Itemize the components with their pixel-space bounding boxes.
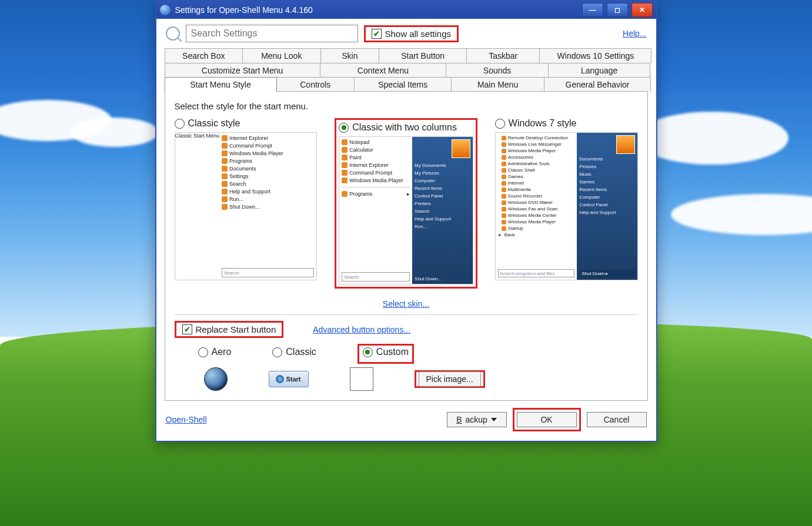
- style-option-two-columns[interactable]: Classic with two columns NotepadCalculat…: [335, 118, 477, 289]
- aero-orb-preview: [204, 367, 228, 391]
- tab-general-behavior[interactable]: General Behavior: [544, 77, 651, 92]
- style-classic-label: Classic style: [188, 118, 240, 129]
- replace-start-checkbox[interactable]: ✔ Replace Start button: [182, 324, 276, 334]
- search-icon: [166, 26, 180, 41]
- tab-start-button[interactable]: Start Button: [379, 48, 467, 63]
- tab-special-items[interactable]: Special Items: [355, 77, 452, 92]
- show-all-settings-label: Show all settings: [385, 29, 452, 39]
- preview-classic: Classic Start Menu Internet ExplorerComm…: [175, 132, 318, 280]
- radio-classic[interactable]: Classic: [272, 347, 316, 357]
- help-link[interactable]: Help...: [623, 29, 646, 38]
- show-all-settings-checkbox[interactable]: ✔ Show all settings: [372, 29, 452, 39]
- advanced-button-options-link[interactable]: Advanced button options...: [313, 325, 410, 334]
- radio-custom-highlight: Custom: [357, 344, 414, 364]
- tab-taskbar[interactable]: Taskbar: [467, 48, 540, 63]
- window-title: Settings for Open-Shell Menu 4.4.160: [175, 5, 579, 15]
- search-input[interactable]: [186, 25, 358, 42]
- pick-image-button[interactable]: Pick image...: [419, 371, 481, 387]
- tab-panel-start-menu-style: Select the style for the start menu. Cla…: [165, 91, 648, 401]
- radio-icon: [363, 347, 373, 357]
- style-two-label: Classic with two columns: [352, 122, 457, 133]
- divider: [175, 314, 638, 315]
- backup-button[interactable]: Backup: [447, 412, 507, 427]
- style-option-classic[interactable]: Classic style Classic Start Menu Interne…: [175, 118, 318, 289]
- custom-image-preview: [350, 367, 373, 391]
- settings-dialog: Settings for Open-Shell Menu 4.4.160 — ◻…: [155, 0, 657, 442]
- radio-aero[interactable]: Aero: [198, 347, 232, 357]
- ok-button[interactable]: OK: [517, 412, 577, 427]
- check-icon: ✔: [182, 324, 192, 334]
- radio-icon: [272, 347, 282, 357]
- tab-search-box[interactable]: Search Box: [165, 48, 243, 63]
- tab-menu-look[interactable]: Menu Look: [243, 48, 321, 63]
- replace-start-highlight: ✔ Replace Start button: [175, 321, 284, 338]
- open-shell-link[interactable]: Open-Shell: [166, 415, 207, 424]
- tab-windows-10-settings[interactable]: Windows 10 Settings: [540, 48, 651, 63]
- tab-controls[interactable]: Controls: [277, 77, 355, 92]
- radio-icon: [198, 347, 208, 357]
- preview-win7: Remote Desktop ConnectionWindows Live Me…: [495, 132, 638, 280]
- tab-language[interactable]: Language: [549, 63, 651, 78]
- tab-context-menu[interactable]: Context Menu: [320, 63, 447, 78]
- maximize-button[interactable]: ◻: [607, 3, 628, 17]
- radio-icon: [175, 119, 185, 129]
- style-win7-label: Windows 7 style: [509, 118, 577, 129]
- select-skin-link[interactable]: Select skin...: [383, 299, 429, 309]
- radio-custom[interactable]: Custom: [363, 347, 409, 357]
- classic-start-preview: Start: [269, 371, 309, 387]
- radio-icon: [339, 123, 349, 133]
- tab-start-menu-style[interactable]: Start Menu Style: [165, 77, 277, 92]
- tab-main-menu[interactable]: Main Menu: [452, 77, 544, 92]
- prompt-text: Select the style for the start menu.: [175, 101, 638, 111]
- radio-icon: [495, 119, 505, 129]
- ok-highlight: OK: [513, 408, 581, 431]
- app-icon: [160, 5, 171, 15]
- replace-start-label: Replace Start button: [196, 324, 276, 334]
- preview-two-columns: NotepadCalculatorPaintInternet ExplorerC…: [339, 136, 473, 284]
- cancel-button[interactable]: Cancel: [587, 412, 647, 427]
- style-option-win7[interactable]: Windows 7 style Remote Desktop Connectio…: [495, 118, 638, 289]
- titlebar[interactable]: Settings for Open-Shell Menu 4.4.160 — ◻…: [156, 1, 656, 19]
- minimize-button[interactable]: —: [582, 3, 603, 17]
- check-icon: ✔: [372, 29, 382, 39]
- tab-container: Search BoxMenu LookSkinStart ButtonTaskb…: [156, 48, 656, 401]
- tab-sounds[interactable]: Sounds: [446, 63, 549, 78]
- pick-image-highlight: Pick image...: [415, 370, 485, 388]
- close-button[interactable]: ✕: [631, 3, 653, 17]
- tab-skin[interactable]: Skin: [321, 48, 380, 63]
- show-all-settings-highlight: ✔ Show all settings: [364, 25, 459, 42]
- tab-customize-start-menu[interactable]: Customize Start Menu: [165, 63, 320, 78]
- dialog-footer: Open-Shell Backup OK Cancel: [156, 401, 656, 434]
